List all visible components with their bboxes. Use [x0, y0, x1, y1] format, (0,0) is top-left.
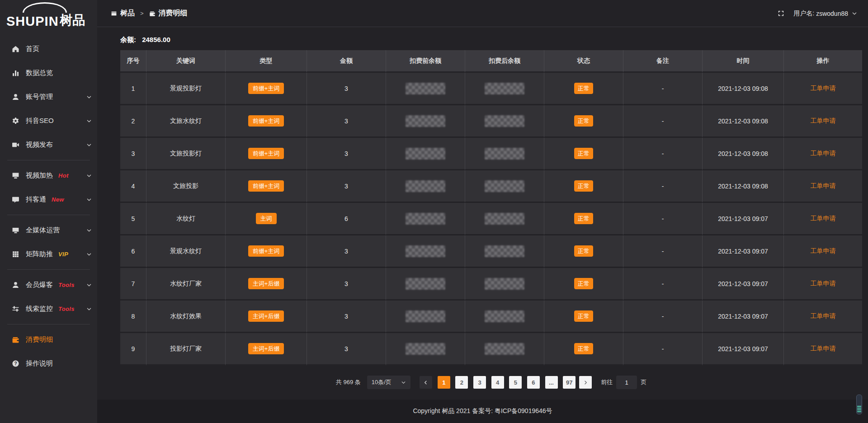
- cell-pre-balance: [386, 138, 465, 170]
- main-column: 树品 > 消费明细 用户名: zswodun88: [97, 0, 868, 423]
- floating-widget[interactable]: [856, 395, 862, 414]
- topbar-right: 用户名: zswodun88: [778, 9, 857, 18]
- sidebar-item-member-baoke[interactable]: 会员爆客 Tools: [0, 273, 97, 297]
- page-size-select[interactable]: 10条/页: [367, 376, 410, 389]
- cell-pre-balance: [386, 73, 465, 105]
- monitor-icon: [12, 226, 20, 235]
- table-row: 1 景观投影灯 前缀+主词 3: [120, 73, 862, 105]
- footer: Copyright 树品 2021 备案号: 粤ICP备09019646号: [97, 400, 868, 423]
- sidebar-item-account-manage[interactable]: 账号管理: [0, 85, 97, 109]
- cell-no: 9: [120, 333, 146, 366]
- sidebar-item-badge: Hot: [58, 172, 69, 179]
- page-button[interactable]: 4: [491, 376, 504, 389]
- cell-pre-balance: [386, 203, 465, 235]
- sidebar-item-douketong[interactable]: 抖客通 New: [0, 188, 97, 212]
- cell-no: 4: [120, 170, 146, 203]
- user-menu[interactable]: 用户名: zswodun88: [793, 9, 857, 18]
- page-button[interactable]: 3: [473, 376, 486, 389]
- page-button[interactable]: 97: [563, 376, 576, 389]
- ticket-apply-link[interactable]: 工单申请: [811, 117, 836, 124]
- page-button[interactable]: ...: [545, 376, 558, 389]
- sidebar-item-expense-detail[interactable]: 消费明细: [0, 328, 97, 352]
- cell-amount: 3: [307, 105, 386, 138]
- page-button[interactable]: 1: [438, 376, 450, 389]
- page-button[interactable]: 2: [455, 376, 468, 389]
- ticket-apply-link[interactable]: 工单申请: [811, 280, 836, 287]
- cell-amount: 3: [307, 268, 386, 301]
- cell-type: 主词+后缀: [226, 268, 307, 301]
- sidebar-item-matrix-boost[interactable]: 矩阵助推 VIP: [0, 242, 97, 266]
- breadcrumb-item[interactable]: 树品: [111, 9, 135, 18]
- sidebar-item-data-overview[interactable]: 数据总览: [0, 61, 97, 85]
- page-button[interactable]: 6: [527, 376, 540, 389]
- sidebar-item-video-publish[interactable]: 视频发布: [0, 133, 97, 157]
- chevron-down-icon: [86, 173, 92, 179]
- table-row: 2 文旅水纹灯 前缀+主词 3: [120, 105, 862, 138]
- cell-status: 正常: [544, 105, 623, 138]
- column-header: 时间: [703, 50, 784, 73]
- chevron-down-icon: [86, 197, 92, 202]
- cell-action: 工单申请: [784, 203, 862, 235]
- column-header: 序号: [120, 50, 146, 73]
- masked-balance: [485, 245, 524, 257]
- ticket-apply-link[interactable]: 工单申请: [811, 312, 836, 320]
- menu-divider: [7, 215, 90, 215]
- masked-balance: [406, 180, 445, 192]
- type-badge: 前缀+主词: [248, 115, 284, 127]
- status-badge: 正常: [574, 115, 593, 127]
- cell-time: 2021-12-03 09:08: [703, 73, 784, 105]
- wallet-icon: [12, 336, 20, 344]
- ticket-apply-link[interactable]: 工单申请: [811, 182, 836, 189]
- ticket-apply-link[interactable]: 工单申请: [811, 247, 836, 254]
- breadcrumb-separator: >: [140, 10, 144, 17]
- chevron-down-icon: [86, 118, 92, 124]
- window-icon: [111, 10, 117, 17]
- sidebar-item-label: 账号管理: [26, 93, 53, 101]
- cell-keyword: 景观水纹灯: [146, 235, 226, 268]
- cell-post-balance: [465, 138, 544, 170]
- sidebar-item-media-operation[interactable]: 全媒体运营: [0, 218, 97, 242]
- cell-status: 正常: [544, 138, 623, 170]
- sidebar-item-label: 消费明细: [26, 335, 53, 344]
- status-badge: 正常: [574, 213, 593, 224]
- sidebar-item-operation-guide[interactable]: ? 操作说明: [0, 352, 97, 376]
- chevron-down-icon: [86, 142, 92, 148]
- wallet-icon: [149, 10, 156, 17]
- balance-value: 24856.00: [142, 36, 170, 43]
- sidebar-item-label: 线索监控: [26, 305, 53, 313]
- logo-arc-icon: [23, 2, 67, 13]
- ticket-apply-link[interactable]: 工单申请: [811, 215, 836, 222]
- cell-remark: -: [623, 105, 703, 138]
- status-badge: 正常: [574, 343, 593, 354]
- home-icon: [12, 45, 20, 53]
- table-row: 4 文旅投影 前缀+主词 3: [120, 170, 862, 203]
- ticket-apply-link[interactable]: 工单申请: [811, 85, 836, 92]
- cell-pre-balance: [386, 170, 465, 203]
- ticket-apply-link[interactable]: 工单申请: [811, 150, 836, 157]
- sidebar-item-video-heat[interactable]: 视频加热 Hot: [0, 164, 97, 188]
- app-window: SHUPIN 树品 首页 数据总览: [0, 0, 868, 423]
- chevron-right-icon: [583, 380, 588, 385]
- table-header-row: 序号 关键词 类型 金额 扣费前余额 扣费后余额 状态: [120, 50, 862, 73]
- masked-balance: [406, 343, 445, 355]
- type-badge: 主词+后缀: [248, 278, 284, 289]
- prev-page-button[interactable]: [420, 376, 432, 389]
- page-button[interactable]: 5: [509, 376, 522, 389]
- sidebar-item-douyin-seo[interactable]: 抖音SEO: [0, 109, 97, 133]
- sliders-icon: [12, 305, 20, 313]
- sidebar-item-label: 会员爆客: [26, 281, 53, 289]
- pagination: 共 969 条 10条/页 1 2 3 4: [120, 376, 862, 389]
- goto-page-input[interactable]: [616, 376, 637, 389]
- sidebar-item-home[interactable]: 首页: [0, 37, 97, 61]
- cell-action: 工单申请: [784, 333, 862, 366]
- ticket-apply-link[interactable]: 工单申请: [811, 345, 836, 352]
- table-row: 7 水纹灯厂家 主词+后缀 3: [120, 268, 862, 301]
- table-row: 9 投影灯厂家 主词+后缀 3: [120, 333, 862, 366]
- next-page-button[interactable]: [579, 376, 592, 389]
- breadcrumb-item[interactable]: 消费明细: [149, 9, 188, 18]
- status-badge: 正常: [574, 83, 593, 94]
- cell-type: 主词+后缀: [226, 333, 307, 366]
- fullscreen-icon[interactable]: [778, 10, 784, 17]
- menu-divider: [7, 324, 90, 324]
- sidebar-item-clue-monitor[interactable]: 线索监控 Tools: [0, 297, 97, 321]
